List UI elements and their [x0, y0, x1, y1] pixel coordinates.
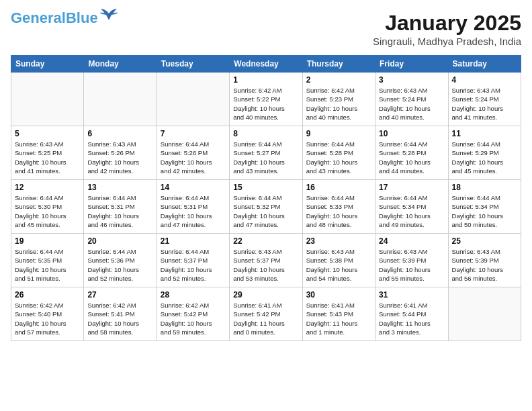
day-info: Sunrise: 6:42 AM Sunset: 5:42 PM Dayligh… [161, 301, 226, 336]
week-row: 26Sunrise: 6:42 AM Sunset: 5:40 PM Dayli… [11, 287, 521, 341]
calendar-cell: 10Sunrise: 6:44 AM Sunset: 5:28 PM Dayli… [375, 126, 448, 180]
logo-text: GeneralBlue [11, 11, 98, 26]
day-number: 12 [15, 183, 80, 192]
day-number: 22 [233, 236, 298, 246]
calendar-cell: 1Sunrise: 6:42 AM Sunset: 5:22 PM Daylig… [230, 73, 302, 126]
calendar-cell: 31Sunrise: 6:41 AM Sunset: 5:44 PM Dayli… [375, 287, 448, 341]
calendar-cell: 30Sunrise: 6:41 AM Sunset: 5:43 PM Dayli… [302, 287, 375, 341]
weekday-header: Monday [84, 56, 157, 73]
day-number: 13 [87, 183, 152, 192]
day-info: Sunrise: 6:44 AM Sunset: 5:31 PM Dayligh… [161, 193, 226, 229]
day-info: Sunrise: 6:42 AM Sunset: 5:23 PM Dayligh… [306, 86, 371, 122]
calendar-cell: 26Sunrise: 6:42 AM Sunset: 5:40 PM Dayli… [11, 287, 84, 341]
calendar-cell: 5Sunrise: 6:43 AM Sunset: 5:25 PM Daylig… [11, 126, 84, 180]
day-number: 7 [161, 129, 226, 138]
calendar-cell: 2Sunrise: 6:42 AM Sunset: 5:23 PM Daylig… [302, 73, 375, 126]
day-info: Sunrise: 6:43 AM Sunset: 5:39 PM Dayligh… [452, 247, 517, 283]
calendar-cell: 4Sunrise: 6:43 AM Sunset: 5:24 PM Daylig… [448, 73, 521, 126]
day-info: Sunrise: 6:44 AM Sunset: 5:27 PM Dayligh… [233, 140, 298, 175]
day-number: 30 [306, 290, 371, 300]
logo-blue: Blue [66, 9, 98, 26]
day-info: Sunrise: 6:44 AM Sunset: 5:36 PM Dayligh… [87, 247, 152, 283]
day-info: Sunrise: 6:41 AM Sunset: 5:43 PM Dayligh… [306, 301, 371, 336]
day-number: 9 [306, 129, 371, 138]
weekday-header: Thursday [302, 56, 375, 73]
day-info: Sunrise: 6:44 AM Sunset: 5:37 PM Dayligh… [161, 247, 226, 283]
day-info: Sunrise: 6:42 AM Sunset: 5:22 PM Dayligh… [233, 86, 298, 122]
day-info: Sunrise: 6:44 AM Sunset: 5:32 PM Dayligh… [233, 193, 298, 229]
day-info: Sunrise: 6:43 AM Sunset: 5:24 PM Dayligh… [452, 86, 517, 122]
day-info: Sunrise: 6:42 AM Sunset: 5:41 PM Dayligh… [87, 301, 152, 336]
calendar-cell: 8Sunrise: 6:44 AM Sunset: 5:27 PM Daylig… [230, 126, 302, 180]
day-number: 27 [87, 290, 152, 300]
calendar-cell: 12Sunrise: 6:44 AM Sunset: 5:30 PM Dayli… [11, 180, 84, 234]
title-area: January 2025 Singrauli, Madhya Pradesh, … [373, 11, 521, 47]
day-info: Sunrise: 6:44 AM Sunset: 5:29 PM Dayligh… [452, 140, 517, 175]
day-number: 29 [233, 290, 298, 300]
calendar-cell: 9Sunrise: 6:44 AM Sunset: 5:28 PM Daylig… [302, 126, 375, 180]
day-number: 6 [87, 129, 152, 138]
calendar-cell [11, 73, 84, 126]
day-info: Sunrise: 6:44 AM Sunset: 5:34 PM Dayligh… [379, 193, 444, 229]
day-info: Sunrise: 6:44 AM Sunset: 5:28 PM Dayligh… [306, 140, 371, 175]
calendar-cell [84, 73, 157, 126]
week-row: 5Sunrise: 6:43 AM Sunset: 5:25 PM Daylig… [11, 126, 521, 180]
calendar-cell: 21Sunrise: 6:44 AM Sunset: 5:37 PM Dayli… [157, 234, 229, 287]
calendar-cell: 19Sunrise: 6:44 AM Sunset: 5:35 PM Dayli… [11, 234, 84, 287]
day-info: Sunrise: 6:44 AM Sunset: 5:28 PM Dayligh… [379, 140, 444, 175]
calendar-cell: 15Sunrise: 6:44 AM Sunset: 5:32 PM Dayli… [230, 180, 302, 234]
weekday-header: Wednesday [230, 56, 302, 73]
logo: GeneralBlue [11, 11, 118, 26]
day-number: 20 [87, 236, 152, 246]
calendar-cell: 28Sunrise: 6:42 AM Sunset: 5:42 PM Dayli… [157, 287, 229, 341]
calendar-cell: 14Sunrise: 6:44 AM Sunset: 5:31 PM Dayli… [157, 180, 229, 234]
calendar-cell: 18Sunrise: 6:44 AM Sunset: 5:34 PM Dayli… [448, 180, 521, 234]
week-row: 12Sunrise: 6:44 AM Sunset: 5:30 PM Dayli… [11, 180, 521, 234]
day-info: Sunrise: 6:43 AM Sunset: 5:25 PM Dayligh… [15, 140, 80, 175]
day-number: 1 [233, 75, 298, 85]
weekday-header-row: SundayMondayTuesdayWednesdayThursdayFrid… [11, 56, 521, 73]
calendar-cell: 3Sunrise: 6:43 AM Sunset: 5:24 PM Daylig… [375, 73, 448, 126]
day-info: Sunrise: 6:43 AM Sunset: 5:39 PM Dayligh… [379, 247, 444, 283]
calendar-cell: 17Sunrise: 6:44 AM Sunset: 5:34 PM Dayli… [375, 180, 448, 234]
weekday-header: Sunday [11, 56, 84, 73]
day-info: Sunrise: 6:44 AM Sunset: 5:33 PM Dayligh… [306, 193, 371, 229]
day-info: Sunrise: 6:41 AM Sunset: 5:42 PM Dayligh… [233, 301, 298, 336]
week-row: 19Sunrise: 6:44 AM Sunset: 5:35 PM Dayli… [11, 234, 521, 287]
calendar-cell [157, 73, 229, 126]
day-number: 25 [452, 236, 517, 246]
day-number: 26 [15, 290, 80, 300]
day-number: 21 [161, 236, 226, 246]
day-info: Sunrise: 6:41 AM Sunset: 5:44 PM Dayligh… [379, 301, 444, 336]
day-number: 5 [15, 129, 80, 138]
day-info: Sunrise: 6:44 AM Sunset: 5:30 PM Dayligh… [15, 193, 80, 229]
day-info: Sunrise: 6:44 AM Sunset: 5:26 PM Dayligh… [161, 140, 226, 175]
calendar-cell [448, 287, 521, 341]
day-number: 24 [379, 236, 444, 246]
day-info: Sunrise: 6:43 AM Sunset: 5:37 PM Dayligh… [233, 247, 298, 283]
calendar-cell: 7Sunrise: 6:44 AM Sunset: 5:26 PM Daylig… [157, 126, 229, 180]
logo-general: General [11, 9, 66, 26]
day-info: Sunrise: 6:43 AM Sunset: 5:26 PM Dayligh… [87, 140, 152, 175]
day-info: Sunrise: 6:43 AM Sunset: 5:24 PM Dayligh… [379, 86, 444, 122]
day-info: Sunrise: 6:44 AM Sunset: 5:31 PM Dayligh… [87, 193, 152, 229]
day-number: 17 [379, 183, 444, 192]
day-info: Sunrise: 6:44 AM Sunset: 5:35 PM Dayligh… [15, 247, 80, 283]
day-number: 10 [379, 129, 444, 138]
day-info: Sunrise: 6:42 AM Sunset: 5:40 PM Dayligh… [15, 301, 80, 336]
calendar-cell: 11Sunrise: 6:44 AM Sunset: 5:29 PM Dayli… [448, 126, 521, 180]
weekday-header: Tuesday [157, 56, 229, 73]
calendar-cell: 23Sunrise: 6:43 AM Sunset: 5:38 PM Dayli… [302, 234, 375, 287]
calendar-cell: 6Sunrise: 6:43 AM Sunset: 5:26 PM Daylig… [84, 126, 157, 180]
calendar-cell: 16Sunrise: 6:44 AM Sunset: 5:33 PM Dayli… [302, 180, 375, 234]
logo-bird-icon [99, 8, 118, 23]
day-number: 11 [452, 129, 517, 138]
calendar-cell: 29Sunrise: 6:41 AM Sunset: 5:42 PM Dayli… [230, 287, 302, 341]
day-number: 31 [379, 290, 444, 300]
calendar-cell: 22Sunrise: 6:43 AM Sunset: 5:37 PM Dayli… [230, 234, 302, 287]
day-number: 19 [15, 236, 80, 246]
week-row: 1Sunrise: 6:42 AM Sunset: 5:22 PM Daylig… [11, 73, 521, 126]
day-info: Sunrise: 6:43 AM Sunset: 5:38 PM Dayligh… [306, 247, 371, 283]
calendar-cell: 25Sunrise: 6:43 AM Sunset: 5:39 PM Dayli… [448, 234, 521, 287]
day-number: 4 [452, 75, 517, 85]
